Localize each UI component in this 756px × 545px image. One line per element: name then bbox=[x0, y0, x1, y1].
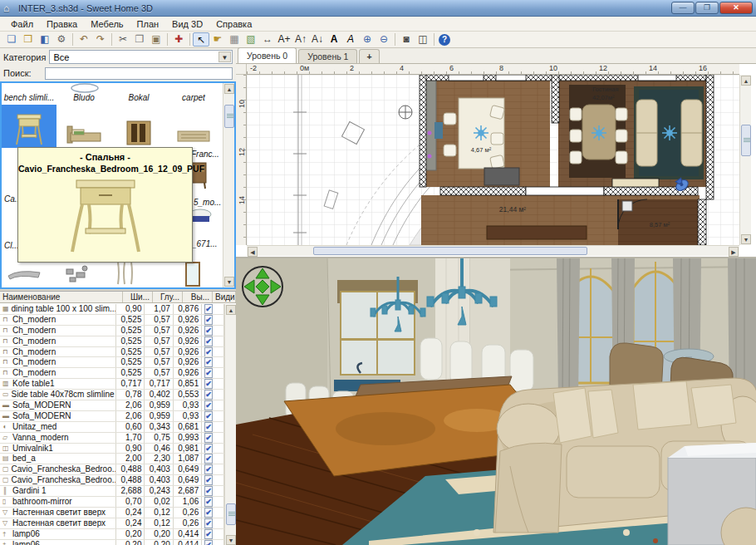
undo-icon[interactable]: ↶ bbox=[76, 32, 92, 47]
scroll-left-icon[interactable]: ◀ bbox=[248, 247, 258, 257]
preferences-icon[interactable]: ⚙ bbox=[53, 32, 70, 47]
zoom-out-icon[interactable]: ⊖ bbox=[376, 32, 392, 47]
scroll-up-icon[interactable]: ▲ bbox=[741, 76, 751, 86]
catalog-grid[interactable]: bench slimli...BludoBokalcarpet bbox=[0, 81, 236, 289]
plan-hscroll-thumb[interactable] bbox=[313, 247, 587, 255]
table-row[interactable]: ◖Unitaz_med0,600,3430,681✔ bbox=[0, 422, 224, 433]
column-header[interactable]: Види... bbox=[213, 292, 236, 302]
visible-checkbox[interactable]: ✔ bbox=[204, 540, 213, 545]
pan-icon[interactable]: ☛ bbox=[209, 32, 226, 47]
table-row[interactable]: †lamp060,200,200,414✔ bbox=[0, 529, 224, 540]
table-row[interactable]: ▢Cavio_Francheska_Bedroo...0,4880,4030,6… bbox=[0, 475, 224, 486]
visible-checkbox[interactable]: ✔ bbox=[204, 390, 213, 400]
table-scroll-thumb[interactable] bbox=[226, 503, 236, 525]
video-icon[interactable]: ◫ bbox=[415, 32, 431, 47]
create-rooms-icon[interactable]: ▧ bbox=[243, 32, 259, 47]
menu-item[interactable]: Правка bbox=[41, 18, 83, 30]
table-row[interactable]: ⊓Ch_modern0,5250,570,926✔ bbox=[0, 368, 224, 379]
table-row[interactable]: ▥Kofe table10,7170,7170,851✔ bbox=[0, 379, 224, 390]
visible-checkbox[interactable]: ✔ bbox=[204, 315, 213, 325]
zoom-in-icon[interactable]: ⊕ bbox=[359, 32, 376, 47]
visible-checkbox[interactable]: ✔ bbox=[204, 422, 213, 432]
visible-checkbox[interactable]: ✔ bbox=[204, 304, 213, 314]
scroll-down-icon[interactable]: ▼ bbox=[224, 277, 234, 287]
decrease-text-size-icon[interactable]: A↓ bbox=[309, 32, 326, 47]
menu-item[interactable]: Вид 3D bbox=[166, 18, 209, 30]
open-icon[interactable]: ❒ bbox=[20, 32, 37, 47]
column-header[interactable]: Наименование bbox=[0, 292, 123, 302]
3d-navigation-compass[interactable] bbox=[243, 267, 282, 307]
minimize-button[interactable]: — bbox=[671, 2, 695, 14]
add-level-tab[interactable]: + bbox=[359, 49, 379, 63]
visible-checkbox[interactable]: ✔ bbox=[204, 379, 213, 389]
scroll-down-icon[interactable]: ▼ bbox=[741, 234, 751, 244]
floor-plan-canvas[interactable]: 4,67 м² Гостиная 42,07м² 21,44 м² 8,57 м… bbox=[247, 75, 739, 245]
table-row[interactable]: ▽Настенная светит вверх0,240,120,26✔ bbox=[0, 508, 224, 518]
close-button[interactable]: ✕ bbox=[719, 2, 753, 14]
scroll-down-icon[interactable]: ▼ bbox=[226, 535, 236, 545]
column-header[interactable]: Вы... bbox=[183, 292, 213, 302]
italic-icon[interactable]: A bbox=[342, 32, 359, 47]
search-input[interactable] bbox=[45, 67, 233, 80]
column-header[interactable]: Ши... bbox=[123, 292, 153, 302]
catalog-item-selected[interactable] bbox=[2, 105, 56, 148]
visible-checkbox[interactable]: ✔ bbox=[204, 518, 213, 528]
visible-checkbox[interactable]: ✔ bbox=[204, 486, 213, 496]
table-row[interactable]: †lamp060,200,200,414✔ bbox=[0, 540, 224, 545]
create-dimensions-icon[interactable]: ↔ bbox=[259, 32, 276, 47]
select-icon[interactable]: ↖ bbox=[193, 32, 209, 47]
visible-checkbox[interactable]: ✔ bbox=[204, 336, 213, 346]
visible-checkbox[interactable]: ✔ bbox=[204, 411, 213, 421]
visible-checkbox[interactable]: ✔ bbox=[204, 529, 213, 539]
table-scrollbar[interactable]: ▲ ▼ bbox=[224, 304, 236, 545]
table-row[interactable]: ▽Настенная светит вверх0,240,120,26✔ bbox=[0, 518, 224, 529]
table-row[interactable]: ⊓Ch_modern0,5250,570,926✔ bbox=[0, 326, 224, 336]
copy-icon[interactable]: ❐ bbox=[131, 32, 148, 47]
plan-vscroll-thumb[interactable] bbox=[741, 125, 751, 156]
table-row[interactable]: ⊓Ch_modern0,5250,570,926✔ bbox=[0, 336, 224, 347]
table-row[interactable]: ◫Umivalnik10,900,460,981✔ bbox=[0, 444, 224, 454]
catalog-item-dresser[interactable] bbox=[166, 105, 221, 148]
table-row[interactable]: ▯bathroom-mirror0,700,021,06✔ bbox=[0, 497, 224, 508]
visible-checkbox[interactable]: ✔ bbox=[204, 444, 213, 454]
table-row[interactable]: ▬Sofa_MODERN2,060,9590,93✔ bbox=[0, 400, 224, 411]
new-document-icon[interactable]: ❏ bbox=[3, 32, 20, 47]
table-row[interactable]: ▬Sofa_MODERN2,060,9590,93✔ bbox=[0, 411, 224, 422]
kitchen-room[interactable] bbox=[421, 76, 550, 187]
level-tab[interactable]: Уровень 1 bbox=[298, 49, 357, 63]
menu-item[interactable]: План bbox=[131, 18, 165, 30]
menu-item[interactable]: Мебель bbox=[85, 18, 129, 30]
visible-checkbox[interactable]: ✔ bbox=[204, 475, 213, 485]
add-text-icon[interactable]: A+ bbox=[276, 32, 292, 47]
visible-checkbox[interactable]: ✔ bbox=[204, 508, 213, 518]
bold-icon[interactable]: A bbox=[326, 32, 342, 47]
visible-checkbox[interactable]: ✔ bbox=[204, 368, 213, 378]
menu-item[interactable]: Справка bbox=[210, 18, 258, 30]
visible-checkbox[interactable]: ✔ bbox=[204, 454, 213, 464]
table-row[interactable]: ▢Cavio_Francheska_Bedroo...0,4880,4030,6… bbox=[0, 464, 224, 475]
cut-icon[interactable]: ✂ bbox=[115, 32, 131, 47]
increase-text-size-icon[interactable]: A↑ bbox=[292, 32, 309, 47]
3d-view[interactable] bbox=[236, 258, 756, 545]
visible-checkbox[interactable]: ✔ bbox=[204, 347, 213, 357]
photo-icon[interactable]: ◙ bbox=[398, 32, 415, 47]
table-row[interactable]: ⊓Ch_modern0,5250,570,926✔ bbox=[0, 315, 224, 326]
table-row[interactable]: ▦dining table 100 x 100 slim...0,901,070… bbox=[0, 304, 224, 315]
level-tab[interactable]: Уровень 0 bbox=[238, 47, 297, 63]
category-combobox[interactable]: Все ▼ bbox=[49, 50, 233, 64]
scroll-up-icon[interactable]: ▲ bbox=[224, 84, 234, 94]
menu-item[interactable]: Файл bbox=[5, 18, 39, 30]
visible-checkbox[interactable]: ✔ bbox=[204, 497, 213, 507]
catalog-scroll-thumb[interactable] bbox=[224, 105, 234, 128]
column-header[interactable]: Глу... bbox=[153, 292, 183, 302]
table-row[interactable]: ▤bed_a2,002,301,087✔ bbox=[0, 454, 224, 464]
plan-horizontal-scrollbar[interactable]: ◀ ▶ bbox=[247, 245, 739, 256]
redo-icon[interactable]: ↷ bbox=[92, 32, 109, 47]
catalog-scrollbar[interactable]: ▲ ▼ bbox=[223, 83, 234, 287]
table-row[interactable]: ⊓Ch_modern0,5250,570,926✔ bbox=[0, 347, 224, 358]
table-row[interactable]: ⊓Ch_modern0,5250,570,926✔ bbox=[0, 357, 224, 368]
visible-checkbox[interactable]: ✔ bbox=[204, 400, 213, 410]
paste-icon[interactable]: ▣ bbox=[148, 32, 164, 47]
create-walls-icon[interactable]: ▦ bbox=[226, 32, 243, 47]
plan-vertical-scrollbar[interactable]: ▲ ▼ bbox=[739, 75, 751, 245]
